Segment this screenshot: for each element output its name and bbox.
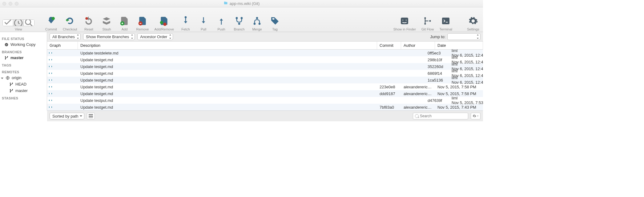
svg-point-26 <box>5 58 6 59</box>
tag-button[interactable]: Tag <box>268 15 282 31</box>
jump-to-label: Jump to: <box>430 34 445 39</box>
pull-button[interactable]: Pull <box>196 15 211 31</box>
toolbar-right-items: Show in Finder Git Flow Terminal <box>392 15 453 31</box>
commit-row[interactable]: Update testget.md352260dliml Nov 6, 2015… <box>47 63 483 70</box>
commit-author: alexandereric <... <box>401 84 435 90</box>
branch-button[interactable]: Branch <box>232 15 247 31</box>
commit-row[interactable]: Update testget.md6869f14liml Nov 6, 2015… <box>47 70 483 77</box>
order-dropdown[interactable]: Ancestor Order <box>137 33 173 40</box>
view-segment: View <box>2 19 34 31</box>
remove-button[interactable]: Remove <box>135 15 150 31</box>
view-commit-icon[interactable] <box>3 20 13 26</box>
content: All Branches Show Remote Branches Ancest… <box>47 32 483 111</box>
commit-hash: 6869f14 <box>425 70 449 76</box>
search-input[interactable] <box>420 114 465 118</box>
svg-point-7 <box>163 22 167 26</box>
svg-point-1 <box>26 19 31 25</box>
add-remove-button[interactable]: Add/Remove <box>153 15 175 31</box>
svg-point-12 <box>254 23 256 25</box>
list-view-button[interactable] <box>87 113 95 119</box>
svg-point-2 <box>51 17 55 20</box>
sidebar-branch-master[interactable]: master <box>0 54 47 61</box>
svg-point-17 <box>403 20 404 21</box>
window-controls <box>2 2 18 6</box>
svg-point-20 <box>425 23 426 25</box>
disclosure-triangle-icon[interactable] <box>1 76 4 79</box>
col-graph[interactable]: Graph <box>47 42 78 49</box>
col-commit[interactable]: Commit <box>377 42 401 49</box>
commit-desc: Update testget.md <box>78 70 425 76</box>
svg-point-13 <box>259 23 261 25</box>
commit-hash: 352260d <box>425 64 449 70</box>
git-flow-button[interactable]: Git Flow <box>420 15 435 31</box>
svg-point-23 <box>5 43 8 46</box>
add-button[interactable]: Add <box>117 15 132 31</box>
commit-hash: 7bf83a0 <box>377 104 401 110</box>
svg-point-9 <box>236 17 238 19</box>
jump-to-dropdown[interactable] <box>447 33 481 40</box>
folder-icon <box>223 1 228 6</box>
svg-point-19 <box>425 17 426 19</box>
sidebar-remote-head[interactable]: HEAD <box>0 81 47 87</box>
terminal-button[interactable]: Terminal <box>438 15 453 31</box>
commit-desc: Update testget.md <box>78 104 377 110</box>
commit-row[interactable]: Update testput.mdd47639fliml Nov 5, 2015… <box>47 97 483 104</box>
minimize-icon[interactable] <box>9 2 12 6</box>
sidebar-working-copy[interactable]: Working Copy <box>0 41 47 48</box>
show-in-finder-button[interactable]: Show in Finder <box>392 15 417 31</box>
view-toggle[interactable] <box>2 19 34 26</box>
commit-desc: Update testdelete.md <box>78 50 425 56</box>
sort-dropdown[interactable]: Sorted by path <box>50 113 84 119</box>
sidebar-tags-head: TAGS <box>0 61 47 68</box>
commit-row[interactable]: Update testdelete.md0ff5ec3liml Nov 6, 2… <box>47 50 483 56</box>
zoom-icon[interactable] <box>15 2 18 6</box>
svg-point-33 <box>10 91 11 92</box>
titlebar: app-ms.wiki (Git) <box>0 0 483 7</box>
svg-point-15 <box>272 18 273 19</box>
sidebar-remote-origin[interactable]: origin <box>0 74 47 81</box>
commit-desc: Update testget.md <box>78 57 425 63</box>
commit-row[interactable]: Update testget.mdddd9187alexandereric <.… <box>47 90 483 97</box>
svg-point-11 <box>238 23 240 25</box>
sidebar-remote-master[interactable]: master <box>0 87 47 94</box>
commit-row[interactable]: Update testget.md7bf83a0alexandereric <.… <box>47 104 483 111</box>
checkout-button[interactable]: Checkout <box>62 15 78 31</box>
commit-row[interactable]: Update testget.md223e0e8alexandereric <.… <box>47 83 483 90</box>
remote-branches-dropdown[interactable]: Show Remote Branches <box>83 33 135 40</box>
commit-date: Nov 5, 2015, 7:43 PM <box>435 104 483 110</box>
commit-row[interactable]: Update testget.md1ca5136liml Nov 6, 2015… <box>47 77 483 83</box>
commit-desc: Update testget.md <box>78 77 425 83</box>
svg-point-28 <box>10 82 11 83</box>
stash-button[interactable]: Stash <box>99 15 114 31</box>
settings-button[interactable]: Settings <box>466 15 481 31</box>
filterbar: All Branches Show Remote Branches Ancest… <box>47 32 483 42</box>
col-author[interactable]: Author <box>401 42 435 49</box>
push-button[interactable]: Push <box>214 15 229 31</box>
svg-rect-16 <box>401 18 408 24</box>
search-box[interactable] <box>413 113 468 119</box>
commit-hash: 0ff5ec3 <box>425 50 449 56</box>
commit-button[interactable]: Commit <box>44 15 58 31</box>
commit-row[interactable]: Update testget.md298b10fliml Nov 6, 2015… <box>47 56 483 63</box>
col-description[interactable]: Description <box>78 42 377 49</box>
globe-icon <box>6 76 10 80</box>
merge-button[interactable]: Merge <box>250 15 264 31</box>
commit-hash: 223e0e8 <box>377 84 401 90</box>
commit-author: alexandereric <... <box>401 104 435 110</box>
view-history-icon[interactable] <box>13 20 24 26</box>
fetch-button[interactable]: Fetch <box>178 15 193 31</box>
sidebar-remotes-head: REMOTES <box>0 68 47 74</box>
reset-button[interactable]: Reset <box>81 15 96 31</box>
close-icon[interactable] <box>2 2 6 6</box>
options-gear-button[interactable] <box>471 113 481 119</box>
view-search-icon[interactable] <box>24 20 34 26</box>
svg-point-14 <box>256 17 258 19</box>
statusbar: Sorted by path <box>47 111 483 121</box>
branch-icon <box>4 56 9 60</box>
commit-rows: Update testdelete.md0ff5ec3liml Nov 6, 2… <box>47 50 483 111</box>
branches-filter-dropdown[interactable]: All Branches <box>50 33 81 40</box>
svg-point-31 <box>10 89 11 90</box>
sidebar-stashes-head: STASHES <box>0 94 47 101</box>
view-label: View <box>15 27 22 31</box>
commit-hash: d47639f <box>425 98 449 103</box>
